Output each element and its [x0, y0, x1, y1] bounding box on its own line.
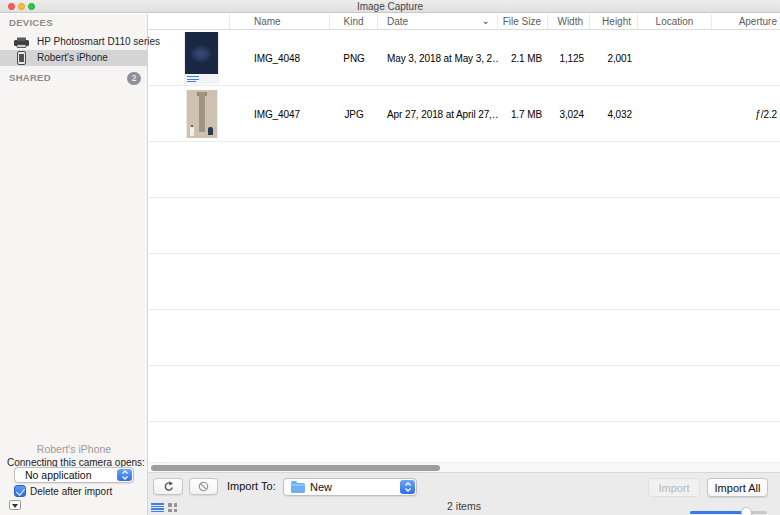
sidebar-item-roberts-iphone[interactable]: Robert's iPhone: [0, 50, 148, 66]
iphone-icon: [17, 51, 26, 65]
sidebar: DEVICES HP Photosmart D110 series Robert…: [0, 14, 148, 515]
window-title: Image Capture: [0, 0, 780, 13]
sort-descending-icon: ⌄: [482, 14, 490, 28]
application-select[interactable]: No application: [14, 467, 134, 483]
cell-width: 1,125: [548, 53, 590, 64]
horizontal-scrollbar[interactable]: [148, 462, 780, 472]
table-header: Name Kind Date⌄ File Size Width Height L…: [148, 14, 780, 30]
sidebar-item-label: HP Photosmart D110 series: [37, 34, 160, 50]
table-row[interactable]: IMG_4047 JPG Apr 27, 2018 at April 27,… …: [148, 86, 780, 142]
import-all-button[interactable]: Import All: [707, 478, 768, 497]
printer-icon: [13, 37, 30, 48]
cell-name: IMG_4048: [230, 53, 330, 64]
cell-date: May 3, 2018 at May 3, 2…: [378, 53, 498, 64]
rotate-button[interactable]: [153, 478, 183, 495]
delete-after-import-label: Delete after import: [30, 486, 112, 497]
disclosure-toggle-icon[interactable]: [9, 500, 21, 510]
popup-stepper-icon: [400, 480, 415, 494]
cell-kind: PNG: [330, 53, 378, 64]
sidebar-item-hp-photosmart[interactable]: HP Photosmart D110 series: [0, 34, 148, 50]
cell-file-size: 1.7 MB: [498, 109, 548, 120]
import-button[interactable]: Import: [648, 478, 700, 497]
cell-file-size: 2.1 MB: [498, 53, 548, 64]
cell-width: 3,024: [548, 109, 590, 120]
no-entry-icon: [198, 481, 209, 492]
column-header-date[interactable]: Date⌄: [378, 14, 498, 29]
device-panel-title: Robert's iPhone: [0, 443, 148, 455]
photo-thumbnail[interactable]: [185, 32, 218, 84]
cell-kind: JPG: [330, 109, 378, 120]
sidebar-item-label: Robert's iPhone: [37, 50, 108, 66]
cell-aperture: ƒ/2.2: [712, 109, 780, 120]
folder-icon: [291, 483, 305, 493]
column-header-aperture[interactable]: Aperture: [712, 14, 780, 29]
cell-height: 2,001: [590, 53, 638, 64]
import-destination-select[interactable]: New: [283, 478, 417, 496]
import-to-label: Import To:: [227, 478, 276, 495]
thumbnail-cell: [148, 90, 230, 138]
slider-fill: [690, 511, 747, 514]
image-capture-window: Image Capture DEVICES HP Photosmart D110…: [0, 0, 780, 515]
import-destination-value: New: [310, 479, 332, 495]
column-header-height[interactable]: Height: [590, 14, 638, 29]
devices-section-header: DEVICES: [9, 17, 53, 28]
cell-height: 4,032: [590, 109, 638, 120]
slider-knob[interactable]: [741, 507, 752, 515]
shared-section-header[interactable]: SHARED: [9, 72, 51, 83]
column-header-width[interactable]: Width: [548, 14, 590, 29]
photo-thumbnail[interactable]: [187, 90, 217, 138]
cell-name: IMG_4047: [230, 109, 330, 120]
application-select-value: No application: [25, 468, 92, 482]
bottom-toolbar: Import To: New Import Import All 2 items: [148, 472, 780, 515]
items-count: 2 items: [148, 500, 780, 512]
column-header-thumbnail[interactable]: [148, 14, 230, 29]
thumbnail-cell: [148, 32, 230, 84]
scrollbar-thumb[interactable]: [151, 465, 440, 471]
column-header-kind[interactable]: Kind: [330, 14, 378, 29]
column-header-name[interactable]: Name: [230, 14, 330, 29]
delete-after-import-checkbox[interactable]: [14, 485, 26, 497]
cell-date: Apr 27, 2018 at April 27,…: [378, 109, 498, 120]
column-header-location[interactable]: Location: [638, 14, 712, 29]
shared-count-badge: 2: [127, 72, 141, 85]
column-header-file-size[interactable]: File Size: [498, 14, 548, 29]
popup-stepper-icon: [117, 469, 132, 481]
delete-button[interactable]: [189, 478, 218, 495]
thumbnail-size-slider[interactable]: [690, 506, 767, 515]
table-row[interactable]: IMG_4048 PNG May 3, 2018 at May 3, 2… 2.…: [148, 30, 780, 86]
title-bar: Image Capture: [0, 0, 780, 13]
rotate-left-icon: [163, 481, 174, 492]
